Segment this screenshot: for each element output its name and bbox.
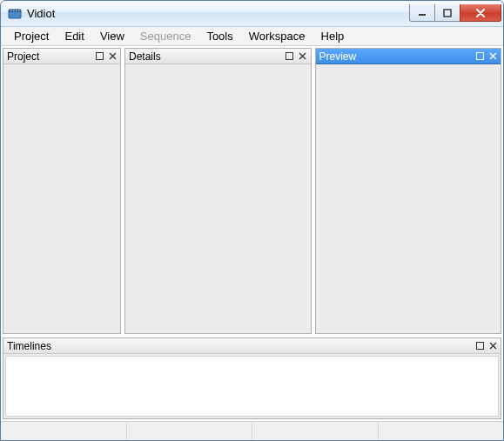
close-panel-icon[interactable] [487, 50, 499, 63]
svg-rect-4 [16, 10, 17, 11]
menu-project[interactable]: Project [6, 28, 57, 44]
preview-panel: Preview [315, 48, 502, 334]
close-button[interactable] [460, 4, 501, 22]
svg-rect-8 [96, 53, 103, 60]
menu-edit[interactable]: Edit [57, 28, 91, 44]
top-panel-row: Project Details Preview [3, 48, 501, 334]
window-title: Vidiot [27, 7, 55, 20]
project-panel-title: Project [7, 50, 92, 63]
details-panel: Details [124, 48, 312, 334]
menubar: Project Edit View Sequence Tools Workspa… [1, 27, 503, 46]
svg-rect-5 [18, 10, 20, 11]
maximize-panel-icon[interactable] [474, 50, 486, 63]
maximize-panel-icon[interactable] [284, 50, 296, 63]
project-panel: Project [3, 48, 121, 334]
timelines-panel-body[interactable] [5, 356, 499, 417]
svg-rect-11 [476, 343, 483, 350]
menu-tools[interactable]: Tools [198, 28, 240, 44]
app-icon [8, 7, 22, 21]
close-panel-icon[interactable] [487, 340, 499, 352]
status-cell [126, 422, 252, 440]
project-panel-header[interactable]: Project [3, 49, 120, 64]
app-window: Vidiot Project Edit View Sequence Tools … [0, 0, 504, 441]
details-panel-title: Details [129, 50, 283, 63]
svg-rect-9 [286, 53, 293, 60]
workspace: Project Details Preview [1, 46, 503, 421]
maximize-panel-icon[interactable] [93, 50, 105, 63]
svg-rect-6 [419, 14, 426, 16]
timelines-panel: Timelines [3, 337, 501, 419]
timelines-panel-title: Timelines [7, 340, 473, 352]
maximize-panel-icon[interactable] [474, 340, 486, 352]
close-panel-icon[interactable] [297, 50, 309, 63]
menu-help[interactable]: Help [313, 28, 353, 44]
status-cell [1, 422, 126, 440]
project-panel-body [3, 64, 120, 333]
status-cell [252, 422, 378, 440]
details-panel-header[interactable]: Details [125, 49, 311, 64]
close-panel-icon[interactable] [106, 50, 118, 63]
svg-rect-7 [444, 10, 451, 17]
menu-sequence: Sequence [132, 28, 199, 44]
menu-view[interactable]: View [92, 28, 132, 44]
minimize-button[interactable] [409, 4, 435, 22]
svg-rect-10 [476, 53, 483, 60]
details-panel-body [125, 64, 311, 333]
timelines-panel-header[interactable]: Timelines [3, 338, 501, 354]
preview-panel-body [316, 64, 501, 333]
svg-rect-2 [10, 10, 12, 11]
statusbar [1, 421, 503, 440]
maximize-button[interactable] [434, 4, 460, 22]
titlebar[interactable]: Vidiot [1, 1, 503, 27]
menu-workspace[interactable]: Workspace [241, 28, 313, 44]
status-cell [378, 422, 504, 440]
preview-panel-title: Preview [319, 50, 474, 63]
svg-rect-3 [13, 10, 15, 11]
preview-panel-header[interactable]: Preview [316, 49, 501, 64]
window-controls [410, 4, 501, 22]
